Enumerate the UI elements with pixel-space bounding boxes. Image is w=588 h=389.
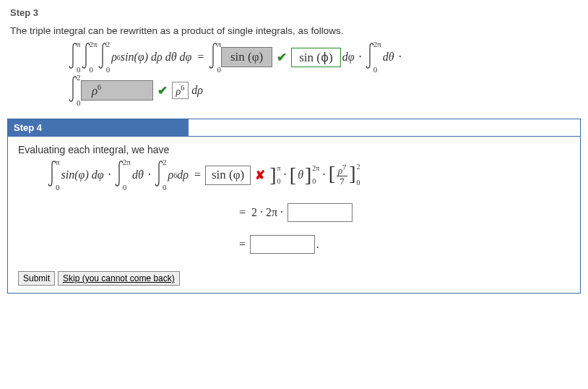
int-1: π0: [68, 42, 81, 72]
answer-box-step4[interactable]: sin (φ): [205, 166, 251, 185]
int-3: 20: [98, 42, 111, 72]
s4-i2: dθ: [132, 168, 144, 181]
button-row: Submit Skip (you cannot come back): [18, 271, 570, 286]
step-4-section: Step 4 Evaluating each integral, we have…: [7, 119, 581, 294]
int-line2: 20: [68, 75, 81, 106]
step-3-section: Step 3 The triple integral can be rewrit…: [4, 4, 584, 113]
s4-int2: 2π0: [114, 160, 131, 190]
bracket-eval-1: ] π0: [269, 165, 280, 185]
s4-int3: 20: [154, 160, 167, 190]
cross-icon: ✘: [255, 168, 265, 183]
check-icon-1: ✔: [277, 50, 287, 65]
s4-i1: sin(φ) dφ: [61, 168, 104, 181]
step3-equation-row1: π0 2π0 20 ρ6 sin(φ) dρ dθ dφ = π0 sin (φ…: [68, 42, 576, 72]
step3-equation-row2: 20 ρ6 ✔ ρ6 dρ: [68, 75, 576, 106]
answer-box-sin-phi-green[interactable]: sin (ϕ): [291, 48, 340, 67]
dtheta-text: dθ: [383, 51, 394, 64]
int-rhs1: π0: [208, 42, 221, 72]
s4-i3: ρ6 dρ: [168, 168, 189, 181]
dot-1: ·: [359, 50, 362, 64]
dphi-text: dφ: [342, 51, 355, 64]
bracket-eval-3: [ ρ7 7 ] 20: [329, 163, 360, 187]
bracket-eval-2: [ θ ] 2π0: [290, 165, 320, 185]
s4-int1: π0: [47, 160, 60, 190]
equals-1: =: [197, 51, 204, 64]
dot-2: ·: [399, 50, 402, 64]
check-icon-2: ✔: [157, 83, 168, 98]
answer-box-empty-1[interactable]: [287, 203, 353, 222]
answer-box-sin-phi-1[interactable]: sin (φ): [221, 47, 272, 67]
int-2: 2π0: [81, 42, 98, 72]
step3-intro: The triple integral can be rewritten as …: [10, 25, 576, 36]
lhs-integrand: ρ6 sin(φ) dρ dθ dφ: [111, 51, 191, 64]
skip-button[interactable]: Skip (you cannot come back): [58, 271, 180, 286]
step4-equation-row1: π0 sin(φ) dφ · 2π0 dθ · 20 ρ6 dρ = sin (…: [47, 160, 570, 190]
submit-button[interactable]: Submit: [18, 271, 55, 286]
step4-title: Step 4: [8, 119, 189, 136]
answer-box-rho6[interactable]: ρ6: [81, 80, 153, 101]
int-rhs3: 2π0: [365, 42, 381, 72]
step4-line2: = 2 · 2π ·: [235, 203, 570, 222]
step3-title: Step 3: [10, 7, 576, 18]
answer-box-empty-2[interactable]: [250, 235, 315, 254]
step4-intro: Evaluating each integral, we have: [18, 144, 570, 155]
step4-line3: = .: [235, 235, 570, 254]
drho-text: dρ: [191, 84, 203, 97]
small-box-rho6: ρ6: [172, 82, 189, 100]
